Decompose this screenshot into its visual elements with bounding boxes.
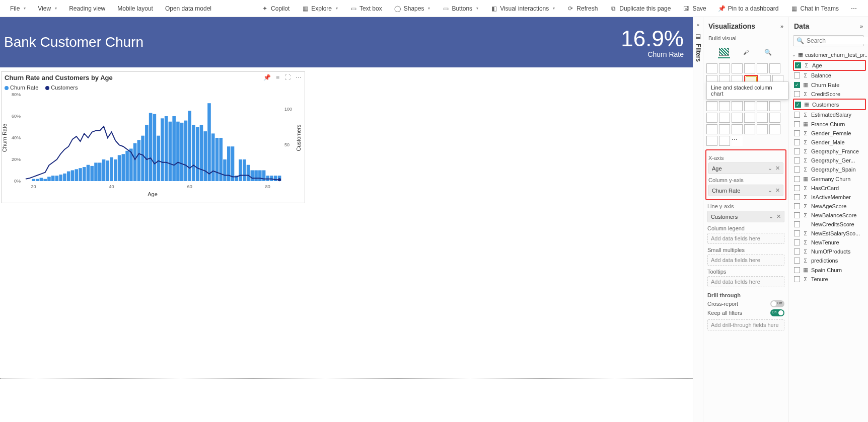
viz-filled-map[interactable] <box>719 101 730 111</box>
field-newagescore[interactable]: ΣNewAgeScore <box>793 202 866 211</box>
field-checkbox[interactable] <box>794 212 800 218</box>
field-churn-rate[interactable]: ✓▦Churn Rate <box>793 80 866 90</box>
tooltips-well[interactable]: Add data fields here <box>707 276 784 287</box>
field-checkbox[interactable] <box>794 258 800 264</box>
toolbar-more-button[interactable]: ⋯ <box>846 2 863 15</box>
field-predictions[interactable]: Σpredictions <box>793 256 866 265</box>
viz-slicer[interactable] <box>719 113 730 123</box>
viz-get-more[interactable]: ⋯ <box>732 136 743 146</box>
expand-filters-icon[interactable]: « <box>697 22 700 28</box>
collapse-data-pane-icon[interactable]: » <box>860 23 863 29</box>
small-multiples-well[interactable]: Add data fields here <box>707 255 784 266</box>
keep-filters-toggle[interactable]: On <box>770 309 784 316</box>
field-creditscore[interactable]: ΣCreditScore <box>793 90 866 99</box>
filters-pane-collapsed[interactable]: « ⬓ Filters <box>693 17 703 422</box>
mobile-layout-button[interactable]: Mobile layout <box>112 2 158 15</box>
field-tenure[interactable]: ΣTenure <box>793 275 866 284</box>
viz-stacked-column[interactable] <box>732 63 743 73</box>
column-y-well[interactable]: Churn Rate ⌄✕ <box>708 185 783 196</box>
more-visual-icon[interactable]: ⋯ <box>296 74 302 81</box>
file-menu[interactable]: File <box>5 2 31 15</box>
analytics-tab[interactable]: 🔍 <box>762 46 774 58</box>
search-input[interactable] <box>807 37 868 44</box>
xaxis-well[interactable]: Age ⌄✕ <box>708 162 783 174</box>
viz-100-column[interactable] <box>769 63 780 73</box>
text-box-button[interactable]: ▭Text box <box>345 2 387 15</box>
viz-multi-row-card[interactable] <box>769 101 780 111</box>
focus-mode-icon[interactable]: ⛶ <box>284 74 291 81</box>
collapse-viz-pane-icon[interactable]: » <box>780 23 783 29</box>
field-geography-ger-[interactable]: ΣGeography_Ger... <box>793 156 866 165</box>
field-checkbox[interactable] <box>794 276 800 282</box>
field-checkbox[interactable] <box>794 185 800 191</box>
field-checkbox[interactable] <box>794 139 800 145</box>
explore-button[interactable]: ▦Explore <box>297 2 343 15</box>
viz-decomposition[interactable] <box>719 124 730 134</box>
field-balance[interactable]: ΣBalance <box>793 71 866 80</box>
viz-gauge[interactable] <box>744 101 755 111</box>
viz-paginated[interactable] <box>757 124 768 134</box>
viz-stacked-bar[interactable] <box>706 63 717 73</box>
viz-qa[interactable] <box>706 124 717 134</box>
field-estimatedsalary[interactable]: ΣEstimatedSalary <box>793 110 866 119</box>
field-checkbox[interactable] <box>794 112 800 118</box>
collapse-table-icon[interactable]: ⌄ <box>792 52 796 57</box>
field-newtenure[interactable]: ΣNewTenure <box>793 238 866 247</box>
field-checkbox[interactable] <box>794 230 800 236</box>
refresh-button[interactable]: ⟳Refresh <box>562 2 603 15</box>
field-newbalancescore[interactable]: ΣNewBalanceScore <box>793 211 866 220</box>
copilot-button[interactable]: ✦Copilot <box>256 2 295 15</box>
build-tab[interactable] <box>718 46 730 58</box>
field-checkbox[interactable] <box>794 91 800 97</box>
field-checkbox[interactable] <box>794 72 800 78</box>
view-menu[interactable]: View <box>33 2 62 15</box>
cross-report-toggle[interactable]: Off <box>770 300 784 307</box>
field-checkbox[interactable] <box>794 194 800 200</box>
field-france-churn[interactable]: ▦France Churn <box>793 119 866 129</box>
field-checkbox[interactable] <box>794 239 800 245</box>
field-geography-france[interactable]: ΣGeography_France <box>793 147 866 156</box>
chart-visual[interactable]: Churn Rate and Customers by Age 📌 ≡ ⛶ ⋯ … <box>1 71 305 203</box>
viz-narrative[interactable] <box>744 124 755 134</box>
field-checkbox[interactable] <box>794 267 800 273</box>
field-hascrcard[interactable]: ΣHasCrCard <box>793 184 866 193</box>
viz-key-influencers[interactable] <box>732 124 743 134</box>
pin-dashboard-button[interactable]: 📌Pin to a dashboard <box>713 2 784 15</box>
field-checkbox[interactable]: ✓ <box>795 102 801 108</box>
field-checkbox[interactable] <box>794 176 800 182</box>
table-node[interactable]: ⌄ ▦ customer_churn_test_pr... <box>789 50 868 60</box>
format-tab[interactable]: 🖌 <box>740 46 752 58</box>
liney-remove-icon[interactable]: ✕ <box>776 213 781 220</box>
drill-through-well[interactable]: Add drill-through fields here <box>707 319 784 330</box>
save-button[interactable]: 🖫Save <box>678 2 711 15</box>
viz-powerapps[interactable] <box>706 136 717 146</box>
filter-visual-icon[interactable]: ≡ <box>276 74 279 81</box>
field-checkbox[interactable] <box>794 148 800 154</box>
field-checkbox[interactable] <box>794 121 800 127</box>
column-legend-well[interactable]: Add data fields here <box>707 233 784 244</box>
visual-interactions-button[interactable]: ◧Visual interactions <box>485 2 560 15</box>
field-checkbox[interactable] <box>794 203 800 209</box>
pin-visual-icon[interactable]: 📌 <box>263 74 271 81</box>
viz-kpi[interactable] <box>706 113 717 123</box>
shapes-button[interactable]: ◯Shapes <box>389 2 436 15</box>
open-data-model-button[interactable]: Open data model <box>160 2 216 15</box>
field-checkbox[interactable] <box>794 130 800 136</box>
field-newcreditsscore[interactable]: NewCreditsScore <box>793 220 866 229</box>
field-spain-churn[interactable]: ▦Spain Churn <box>793 265 866 275</box>
coly-dropdown-icon[interactable]: ⌄ <box>768 187 772 194</box>
viz-scorecard[interactable] <box>769 124 780 134</box>
field-gender-female[interactable]: ΣGender_Female <box>793 129 866 138</box>
field-isactivemember[interactable]: ΣIsActiveMember <box>793 193 866 202</box>
chat-teams-button[interactable]: ▦Chat in Teams <box>786 2 844 15</box>
xaxis-dropdown-icon[interactable]: ⌄ <box>768 165 772 172</box>
viz-py-visual[interactable] <box>769 113 780 123</box>
viz-card[interactable] <box>757 101 768 111</box>
viz-clustered-column[interactable] <box>744 63 755 73</box>
field-checkbox[interactable] <box>794 248 800 255</box>
field-age[interactable]: ✓ΣAge <box>793 60 866 71</box>
field-checkbox[interactable] <box>794 157 800 163</box>
field-geography-spain[interactable]: ΣGeography_Spain <box>793 165 866 174</box>
data-search[interactable]: 🔍 <box>793 35 864 46</box>
field-checkbox[interactable]: ✓ <box>795 62 801 68</box>
